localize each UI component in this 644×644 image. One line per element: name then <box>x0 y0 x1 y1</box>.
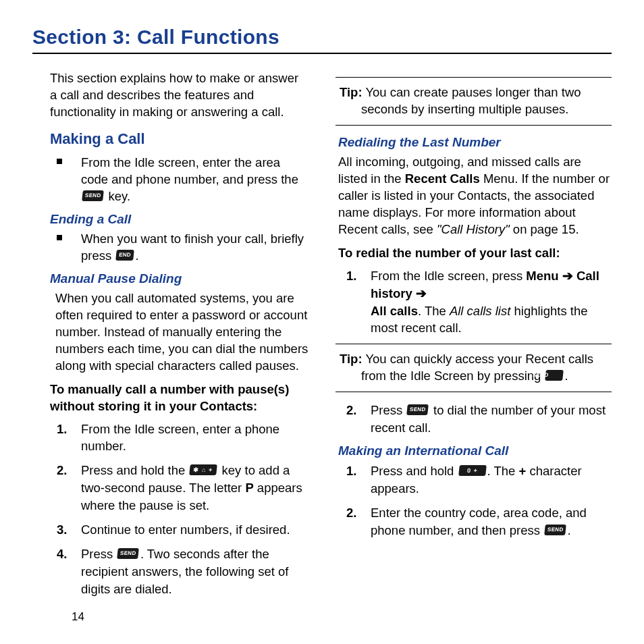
cross-reference: "Call History" <box>437 222 510 236</box>
heading-making-call: Making a Call <box>50 130 308 148</box>
intro-text: This section explains how to make or ans… <box>50 70 308 121</box>
list-item: Press SEND. Two seconds after the recipi… <box>57 545 308 598</box>
tip-box: Tip: You can quickly access your Recent … <box>336 344 612 392</box>
mpd-lead: To manually call a number with pause(s) … <box>50 381 308 415</box>
heading-ending-call: Ending a Call <box>50 212 308 227</box>
list-item: From the Idle screen, enter the area cod… <box>57 155 308 205</box>
send-key-icon: SEND <box>82 190 104 201</box>
redial-steps-2: Press SEND to dial the number of your mo… <box>346 402 612 437</box>
end-key-icon: END <box>116 250 135 261</box>
send-key-icon: SEND <box>544 525 566 535</box>
content-columns: This section explains how to make or ans… <box>32 70 612 605</box>
list-item: Press SEND to dial the number of your mo… <box>346 402 612 437</box>
heading-manual-pause: Manual Pause Dialing <box>50 271 308 286</box>
list-item: Press and hold 0 +. The + character appe… <box>346 462 612 498</box>
list-item: Press and hold the ✱ ⌂ + key to add a tw… <box>57 462 308 514</box>
section-title: Section 3: Call Functions <box>32 26 612 54</box>
page-number: 14 <box>72 610 84 624</box>
send-key-icon: SEND <box>117 548 140 559</box>
intl-steps: Press and hold 0 +. The + character appe… <box>346 462 612 539</box>
send-key-icon: SEND <box>407 404 429 415</box>
star-key-icon: ✱ ⌂ + <box>190 464 218 475</box>
redial-lead: To redial the number of your last call: <box>338 245 612 262</box>
right-column: Tip: You can create pauses longer than t… <box>336 70 612 605</box>
making-call-steps: From the Idle screen, enter the area cod… <box>57 155 308 205</box>
tip-box: Tip: You can create pauses longer than t… <box>336 77 612 126</box>
list-item: From the Idle screen, press Menu ➔ Call … <box>346 267 612 338</box>
left-column: This section explains how to make or ans… <box>32 70 308 605</box>
mpd-steps: From the Idle screen, enter a phone numb… <box>57 421 308 598</box>
list-item: From the Idle screen, enter a phone numb… <box>57 421 308 456</box>
list-item: Continue to enter numbers, if desired. <box>57 521 308 539</box>
zero-key-icon: 0 + <box>458 465 487 476</box>
tip-text: You can create pauses longer than two se… <box>361 85 581 116</box>
tip-label: Tip: <box>340 85 363 99</box>
redial-steps-1: From the Idle screen, press Menu ➔ Call … <box>346 267 612 338</box>
send-key-icon: SEND <box>545 370 564 381</box>
mpd-body: When you call automated systems, you are… <box>55 290 308 375</box>
tip-label: Tip: <box>340 352 363 366</box>
redial-body: All incoming, outgoing, and missed calls… <box>338 154 612 238</box>
heading-redialing: Redialing the Last Number <box>338 135 612 150</box>
ending-call-steps: When you want to finish your call, brief… <box>57 231 308 265</box>
heading-international: Making an International Call <box>338 444 612 458</box>
list-item: When you want to finish your call, brief… <box>57 231 308 265</box>
list-item: Enter the country code, area code, and p… <box>346 504 612 539</box>
